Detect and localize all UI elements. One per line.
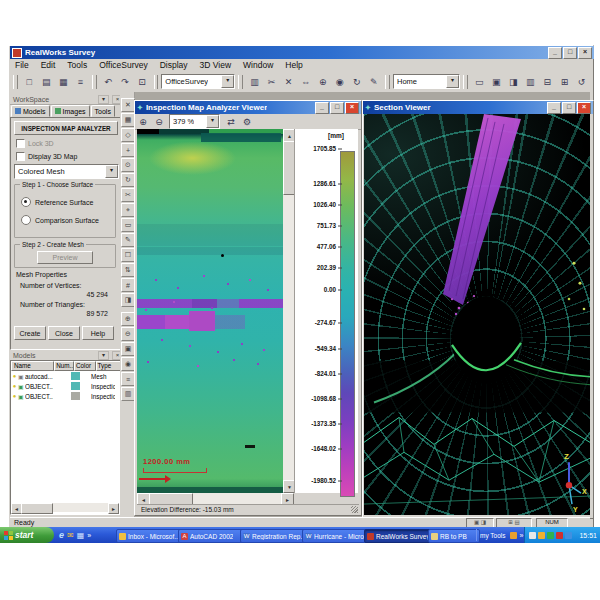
bulb-icon[interactable]: ●	[11, 373, 18, 379]
table-row[interactable]: ● ▣ autocad... Mesh	[11, 371, 121, 381]
preview-button[interactable]: Preview	[37, 251, 93, 264]
side-tool-icon[interactable]: ▥	[121, 387, 135, 401]
toolbar-grip[interactable]	[92, 75, 97, 89]
toolbar-grip[interactable]	[13, 75, 18, 89]
side-tool-icon[interactable]: +	[121, 143, 135, 157]
save-icon[interactable]: ▦	[55, 73, 72, 90]
tab-images[interactable]: Images	[51, 105, 90, 117]
paste-icon[interactable]: ⊡	[134, 73, 151, 90]
bulb-icon[interactable]: ●	[11, 383, 18, 389]
side-tool-icon[interactable]: ▦	[121, 113, 135, 127]
side-tool-icon[interactable]: ⊖	[121, 327, 135, 341]
maximize-icon[interactable]: □	[562, 102, 576, 114]
window-cascade-icon[interactable]: ▣	[488, 73, 505, 90]
tray-icon[interactable]	[529, 532, 536, 539]
side-tool-icon[interactable]: ≡	[121, 372, 135, 386]
panel-menu-icon[interactable]: ▾	[98, 95, 109, 104]
workspace-caption-bar[interactable]: WorkSpace ▾ ×	[10, 94, 126, 105]
side-tool-icon[interactable]: ↻	[121, 173, 135, 187]
table-row[interactable]: ● ▣ OBJECT... Inspectio...	[11, 391, 121, 401]
menu-3dview[interactable]: 3D View	[195, 59, 237, 71]
map-vscrollbar[interactable]: ▲ ▼	[283, 129, 294, 493]
side-tool-icon[interactable]: ✂	[121, 188, 135, 202]
col-type[interactable]: Type	[96, 361, 121, 371]
side-tool-icon[interactable]: ⌖	[121, 203, 135, 217]
menu-help[interactable]: Help	[280, 59, 307, 71]
start-button[interactable]: start	[0, 527, 54, 543]
bulb-icon[interactable]: ●	[11, 393, 18, 399]
window-tile-icon[interactable]: ▭	[471, 73, 488, 90]
menu-officesurvey[interactable]: OfficeSurvey	[94, 59, 153, 71]
tray-icon[interactable]	[538, 532, 545, 539]
side-tool-icon[interactable]: ◇	[121, 128, 135, 142]
collapse-icon[interactable]: ⊟	[539, 73, 556, 90]
minimize-icon[interactable]: _	[548, 47, 562, 59]
toolbar-grip[interactable]	[154, 75, 159, 89]
layers-icon[interactable]: ▥	[522, 73, 539, 90]
tray-icon[interactable]	[565, 532, 572, 539]
tool-icon[interactable]	[510, 532, 517, 539]
show-desktop-icon[interactable]: ▦	[77, 531, 85, 540]
help-button[interactable]: Help	[82, 326, 114, 340]
display-3d-map-checkbox[interactable]: Display 3D Map	[16, 152, 77, 161]
print-icon[interactable]: ≡	[72, 73, 89, 90]
scroll-right-icon[interactable]: ►	[108, 503, 119, 514]
add-point-icon[interactable]: ⊕	[314, 73, 331, 90]
close-icon[interactable]: ×	[577, 102, 591, 114]
taskbar-task-folder[interactable]: RB to PB	[428, 529, 480, 543]
menu-tools[interactable]: Tools	[62, 59, 92, 71]
edit-icon[interactable]: ✎	[365, 73, 382, 90]
create-button[interactable]: Create	[14, 326, 46, 340]
section-3d-canvas[interactable]: Z X Y	[364, 114, 590, 515]
zoom-level-combo[interactable]: 379 % ▾	[169, 114, 220, 129]
resize-grip[interactable]	[351, 506, 358, 513]
map-hscrollbar[interactable]: ◄ ►	[137, 493, 294, 504]
zoom-out-icon[interactable]: ⊖	[151, 114, 167, 129]
col-name[interactable]: Name	[11, 361, 54, 371]
side-tool-icon[interactable]: ⊕	[121, 312, 135, 326]
close-icon[interactable]: ×	[345, 102, 359, 114]
chevron-down-icon[interactable]: ▾	[221, 75, 234, 88]
close-button[interactable]: Close	[48, 326, 80, 340]
view-combo[interactable]: Home ▾	[393, 74, 460, 89]
side-tool-icon[interactable]: ✎	[121, 233, 135, 247]
new-icon[interactable]: □	[21, 73, 38, 90]
open-icon[interactable]: ▤	[38, 73, 55, 90]
comparison-surface-radio[interactable]: Comparison Surface	[21, 215, 99, 225]
panel-menu-icon[interactable]: ▾	[98, 351, 109, 360]
side-tool-icon[interactable]: ▣	[121, 342, 135, 356]
rotate-icon[interactable]: ↺	[573, 73, 590, 90]
survey-mode-combo[interactable]: OfficeSurvey ▾	[161, 74, 235, 89]
maximize-icon[interactable]: □	[330, 102, 344, 114]
redo-icon[interactable]: ↷	[117, 73, 134, 90]
close-icon[interactable]: ×	[578, 47, 592, 59]
mesh-type-combo[interactable]: Colored Mesh ▾	[14, 164, 119, 179]
table-row[interactable]: ● ▣ OBJECT... Inspectio...	[11, 381, 121, 391]
menu-display[interactable]: Display	[155, 59, 193, 71]
minimize-icon[interactable]: _	[315, 102, 329, 114]
undo-icon[interactable]: ↶	[100, 73, 117, 90]
inspection-map-canvas[interactable]: 1200.00 mm	[137, 129, 283, 493]
refresh-icon[interactable]: ↻	[348, 73, 365, 90]
target-icon[interactable]: ◉	[331, 73, 348, 90]
taskbar-task-inbox[interactable]: Inbox - Microsof...	[116, 529, 182, 543]
overflow-chevron-icon[interactable]: »	[87, 532, 91, 539]
lock-3d-checkbox[interactable]: Lock 3D	[16, 139, 54, 148]
swap-icon[interactable]: ⇔	[297, 73, 314, 90]
minimize-icon[interactable]: _	[547, 102, 561, 114]
cut-icon[interactable]: ✂	[263, 73, 280, 90]
taskbar-task-autocad[interactable]: A AutoCAD 2002	[178, 529, 244, 543]
overflow-chevron-icon[interactable]: »	[520, 532, 524, 539]
expand-icon[interactable]: ⊞	[556, 73, 573, 90]
clock[interactable]: 15:51	[579, 532, 600, 539]
toolbar-grip[interactable]	[463, 75, 468, 89]
side-tool-icon[interactable]: ✕	[121, 98, 135, 112]
menu-edit[interactable]: Edit	[36, 59, 61, 71]
side-tool-icon[interactable]: ◉	[121, 357, 135, 371]
reference-surface-radio[interactable]: Reference Surface	[21, 197, 93, 207]
tray-icon[interactable]	[556, 532, 563, 539]
side-tool-icon[interactable]: ▭	[121, 218, 135, 232]
chevron-down-icon[interactable]: ▾	[105, 165, 118, 178]
pan-icon[interactable]: ⇄	[223, 114, 239, 129]
side-tool-icon[interactable]: ⊙	[121, 158, 135, 172]
